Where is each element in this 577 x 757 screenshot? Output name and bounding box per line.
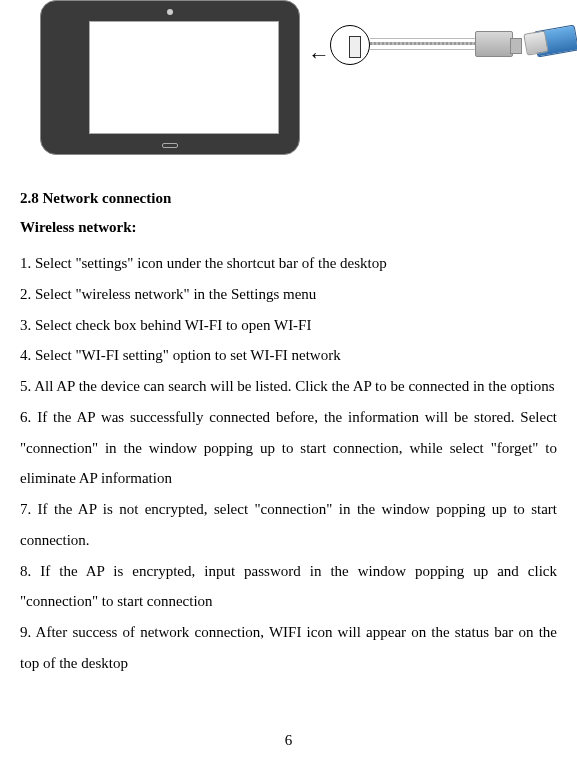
tablet-screen-icon bbox=[89, 21, 279, 134]
step-4: 4. Select "WI-FI setting" option to set … bbox=[20, 340, 557, 371]
step-3: 3. Select check box behind WI-FI to open… bbox=[20, 310, 557, 341]
page-number: 6 bbox=[285, 732, 293, 749]
connection-figure: ← bbox=[20, 0, 557, 155]
step-6: 6. If the AP was successfully connected … bbox=[20, 402, 557, 494]
cable-ridge-icon bbox=[370, 38, 475, 39]
step-5: 5. All AP the device can search will be … bbox=[20, 371, 557, 402]
section-heading: 2.8 Network connection bbox=[20, 190, 557, 207]
step-2: 2. Select "wireless network" in the Sett… bbox=[20, 279, 557, 310]
step-8: 8. If the AP is encrypted, input passwor… bbox=[20, 556, 557, 618]
step-7: 7. If the AP is not encrypted, select "c… bbox=[20, 494, 557, 556]
flash-swivel-icon bbox=[523, 30, 548, 55]
tablet-home-icon bbox=[162, 143, 178, 148]
usb-cable-icon bbox=[370, 42, 475, 45]
arrow-left-icon: ← bbox=[308, 42, 330, 68]
tablet-icon bbox=[40, 0, 300, 155]
tablet-camera-icon bbox=[167, 9, 173, 15]
cable-ridge2-icon bbox=[370, 49, 475, 50]
usb-port-icon bbox=[330, 25, 370, 65]
step-9: 9. After success of network connection, … bbox=[20, 617, 557, 679]
step-1: 1. Select "settings" icon under the shor… bbox=[20, 248, 557, 279]
sub-heading: Wireless network: bbox=[20, 219, 557, 236]
usb-plug-icon bbox=[475, 31, 513, 57]
flash-drive-icon bbox=[525, 20, 577, 62]
